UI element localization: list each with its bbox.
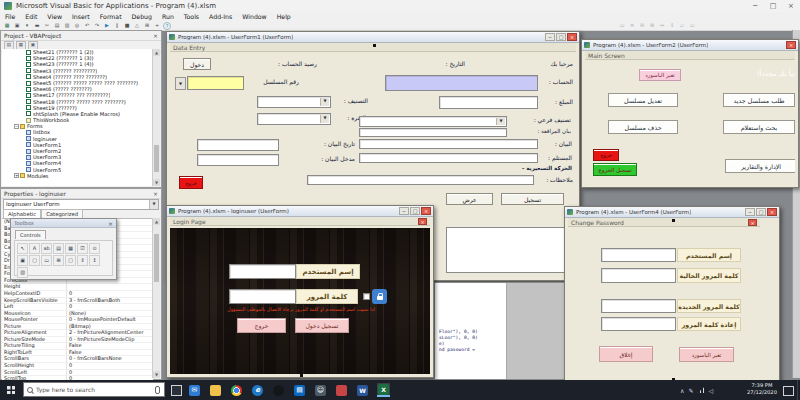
change-password-button[interactable]: تغير الباسورد bbox=[639, 69, 681, 81]
repeat-password-field[interactable] bbox=[601, 317, 676, 331]
microphone-icon[interactable] bbox=[155, 386, 160, 394]
category-combobox[interactable]: ▼ bbox=[257, 96, 331, 108]
task-view-icon[interactable] bbox=[171, 385, 182, 396]
toolbox-tab-controls[interactable]: Controls bbox=[15, 230, 46, 239]
taskbar-app-icon[interactable]: ☺ bbox=[314, 383, 327, 397]
close-icon[interactable]: × bbox=[153, 32, 158, 39]
serial-dropdown-icon[interactable]: ▼ bbox=[175, 77, 186, 90]
toolbox-control-icon[interactable]: ⊞ bbox=[53, 255, 64, 266]
action-center-icon[interactable] bbox=[783, 386, 794, 396]
restore-icon[interactable]: □ bbox=[410, 207, 420, 215]
current-password-field[interactable] bbox=[601, 268, 676, 283]
toolbar-icon[interactable]: ▣ bbox=[13, 22, 21, 29]
logout-button[interactable]: تسجيل الخروج bbox=[593, 163, 637, 176]
toolbar-icon[interactable]: ↶ bbox=[83, 22, 91, 29]
new-serial-button[interactable]: طلب مسلسل جديد bbox=[723, 93, 795, 107]
lock-icon[interactable] bbox=[372, 289, 387, 304]
save-button[interactable]: تسجيل bbox=[501, 193, 564, 205]
chevron-down-icon[interactable]: ▼ bbox=[320, 115, 329, 123]
enter-button[interactable]: دخول bbox=[183, 58, 211, 70]
toolbar-icon[interactable]: ? bbox=[163, 22, 171, 30]
exit-button[interactable]: خروج bbox=[237, 318, 286, 333]
toolbox-control-icon[interactable]: ▤ bbox=[53, 243, 64, 254]
tab-alphabetic[interactable]: Alphabetic bbox=[3, 209, 41, 218]
toolbar-icon[interactable]: ■ bbox=[123, 22, 131, 29]
selection-handle[interactable] bbox=[300, 374, 303, 377]
show-button[interactable]: عرض bbox=[446, 193, 493, 205]
receiver-field[interactable] bbox=[359, 153, 538, 163]
pen-icon[interactable]: ✎ bbox=[688, 387, 693, 394]
taskbar-app-icon[interactable]: e bbox=[251, 383, 264, 397]
taskbar-app-icon[interactable]: ▤ bbox=[293, 383, 306, 397]
edit-serial-button[interactable]: تعديل مسلسل bbox=[608, 93, 678, 107]
taskbar-search[interactable]: Type here to search bbox=[23, 382, 165, 397]
delete-serial-button[interactable]: حذف مسلسل bbox=[608, 120, 678, 134]
toolbar-icon[interactable]: ⊞ bbox=[143, 22, 151, 29]
toolbox-control-icon[interactable]: ab bbox=[41, 243, 52, 254]
toolbox-control-icon[interactable]: ⇕ bbox=[77, 255, 88, 266]
properties-scrollbar[interactable]: ▲ ▼ bbox=[152, 218, 160, 378]
toolbox-control-icon[interactable]: ☑ bbox=[77, 243, 88, 254]
exit-button[interactable]: خروج bbox=[593, 149, 619, 161]
scroll-up-icon[interactable]: ▲ bbox=[153, 49, 160, 56]
close-button[interactable]: إغلاق bbox=[599, 346, 653, 362]
menu-item[interactable]: Run bbox=[157, 13, 179, 20]
menu-item[interactable]: Edit bbox=[20, 13, 42, 20]
menu-item[interactable]: Add-Ins bbox=[204, 13, 237, 20]
username-field[interactable] bbox=[601, 248, 676, 262]
restore-icon[interactable]: □ bbox=[556, 33, 566, 41]
close-icon[interactable]: × bbox=[418, 218, 427, 225]
menu-item[interactable]: Format bbox=[95, 13, 127, 20]
minimize-icon[interactable]: ─ bbox=[399, 207, 409, 215]
entered-by-field[interactable] bbox=[197, 154, 279, 166]
toolbox-control-icon[interactable]: A bbox=[29, 243, 40, 254]
close-icon[interactable]: × bbox=[782, 1, 800, 12]
scroll-up-icon[interactable]: ▲ bbox=[153, 218, 160, 225]
login-button[interactable]: تسجيل دخول bbox=[295, 318, 349, 333]
toolbar-icon[interactable]: ▬ bbox=[33, 22, 41, 29]
menu-item[interactable]: View bbox=[42, 13, 67, 20]
username-field[interactable] bbox=[229, 264, 296, 279]
close-icon[interactable]: × bbox=[153, 190, 158, 197]
toolbar-icon[interactable]: ↷ bbox=[93, 22, 101, 29]
tree-expand-icon[interactable] bbox=[14, 173, 19, 178]
close-icon[interactable]: × bbox=[767, 208, 777, 216]
start-button[interactable] bbox=[0, 380, 22, 400]
toolbox-control-icon[interactable]: ▦ bbox=[65, 243, 76, 254]
scroll-down-icon[interactable]: ▼ bbox=[153, 179, 160, 186]
toolbox-control-icon[interactable]: ▭ bbox=[41, 255, 52, 266]
toolbox-control-icon[interactable]: ↕ bbox=[89, 255, 100, 266]
taskbar-app-icon[interactable]: X bbox=[377, 383, 390, 397]
taskbar-app-icon[interactable] bbox=[335, 383, 348, 397]
chevron-down-icon[interactable]: ▼ bbox=[496, 118, 505, 125]
taskbar-app-icon[interactable] bbox=[272, 383, 285, 397]
toolbox-control-icon[interactable]: ▢ bbox=[29, 255, 40, 266]
toolbox-control-icon[interactable]: ▧ bbox=[17, 267, 28, 278]
project-scrollbar[interactable]: ▲ ▼ bbox=[152, 49, 160, 186]
period-combobox[interactable]: ▼ bbox=[257, 113, 331, 125]
taskbar-app-icon[interactable] bbox=[230, 383, 243, 397]
password-field[interactable] bbox=[229, 289, 296, 304]
scroll-down-icon[interactable]: ▼ bbox=[153, 371, 160, 378]
speaker-icon[interactable]: ◁ bbox=[708, 387, 713, 394]
statement-field[interactable] bbox=[359, 139, 538, 149]
notes-field[interactable] bbox=[307, 175, 534, 185]
network-icon[interactable] bbox=[697, 387, 704, 393]
code-lines[interactable]: Floor"), 0, 0)sLoor"), 0, 0)e)nd passwor… bbox=[439, 329, 505, 353]
admin-reports-button[interactable]: الإدارة والتقارير bbox=[725, 159, 795, 173]
minimize-icon[interactable]: ─ bbox=[545, 33, 555, 41]
search-button[interactable]: بحث واستعلام bbox=[723, 120, 795, 134]
restore-icon[interactable]: □ bbox=[756, 208, 766, 216]
toolbox-control-icon[interactable]: ⊙ bbox=[89, 243, 100, 254]
menu-item[interactable]: Debug bbox=[127, 13, 157, 20]
project-tree-item[interactable]: Modules bbox=[2, 173, 153, 179]
minimize-icon[interactable]: ─ bbox=[746, 1, 764, 12]
toolbar-icon[interactable]: △ bbox=[133, 22, 141, 29]
menu-item[interactable]: Window bbox=[237, 13, 271, 20]
toolbar-icon[interactable]: ▥ bbox=[63, 22, 71, 29]
hidden-icons-chevron-icon[interactable]: ∧ bbox=[680, 387, 684, 394]
taskbar-app-icon[interactable]: W bbox=[356, 383, 369, 397]
minimize-icon[interactable]: ─ bbox=[745, 208, 755, 216]
selection-handle[interactable] bbox=[373, 44, 376, 47]
close-icon[interactable]: × bbox=[786, 41, 796, 49]
